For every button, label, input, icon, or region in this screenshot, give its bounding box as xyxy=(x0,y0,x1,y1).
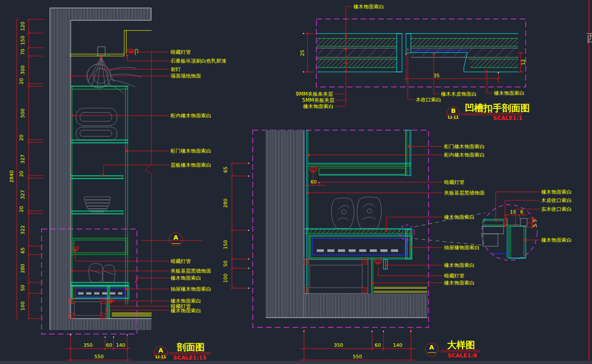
dim-value: 60 xyxy=(106,342,112,348)
annotation-label: 柜内橡木饰面索白 xyxy=(170,113,211,119)
annotation-label: 实木收口索白 xyxy=(541,206,572,212)
marker-code: LI-11 xyxy=(448,115,459,120)
dim-value: 100 xyxy=(223,274,228,283)
dim-value: 20 xyxy=(19,206,24,212)
dim-value: 150 xyxy=(223,240,228,249)
annotation-label: 石膏板吊顶刷白色乳胶漆 xyxy=(170,58,227,64)
marker-letter: A xyxy=(159,347,163,354)
view-scale: SCALE1:15 xyxy=(173,354,206,361)
dim-value: 140 xyxy=(393,342,402,348)
dim-value: 280 xyxy=(223,199,228,208)
annotation-label: 橡木饰面索白 xyxy=(444,214,474,220)
annotation-label: 暗藏灯管 xyxy=(171,49,191,55)
annotation-label: 射灯 xyxy=(171,66,181,72)
dim-total: 2840 xyxy=(9,170,15,183)
dim-value: 50 xyxy=(223,261,228,267)
marker-letter: B xyxy=(451,107,456,114)
view-scale: SCALE1:8 xyxy=(448,352,477,359)
annotation-label: 暗藏灯管 xyxy=(171,258,191,264)
annotation-label: 橡木饰面索白 xyxy=(494,90,524,96)
dim-value: 100 xyxy=(20,301,26,311)
dim-value: 65 xyxy=(20,248,26,254)
annotation-label: 暗藏灯管 xyxy=(444,179,464,185)
view-scale: SCALE1:1 xyxy=(493,115,523,121)
annotation-label: 柜内橡木饰面索白 xyxy=(444,152,485,158)
dim-value: 550 xyxy=(95,354,104,360)
dim-value: 70 xyxy=(20,49,26,55)
dim-value: 327 xyxy=(20,190,26,199)
dim-value: 322 xyxy=(20,225,26,235)
dim-value: 140 xyxy=(116,342,125,348)
annotation-label: 木收口索白 xyxy=(415,97,441,103)
annotation-label: 橡木木皮饰面白 xyxy=(441,91,477,97)
view-title: 凹槽扣手剖面图 xyxy=(465,103,530,113)
annotation-label: 5MM夹板夹层 xyxy=(302,97,334,103)
annotation-label: 柜门橡木饰面索白 xyxy=(444,143,485,150)
annotation-label: 橡木饰面索白 xyxy=(444,280,474,286)
dim-value: 150 xyxy=(20,36,26,45)
cad-drawing: 暗藏灯管 石膏板吊顶刷白色乳胶漆 射灯 墙面墙纸饰面 柜内橡木饰面索白 柜门橡木… xyxy=(0,0,592,364)
marker-letter: A xyxy=(429,344,434,351)
dim-value: 60 xyxy=(375,342,381,348)
dim-value: 5 xyxy=(532,219,538,222)
annotation-label: 橡木饰面索白 xyxy=(353,4,384,10)
dim-value: 25 xyxy=(300,50,305,56)
dim-value: 500 xyxy=(20,109,26,118)
annotation-label: 橡木饰面索白 xyxy=(541,189,572,195)
marker-code: LI-11 xyxy=(156,355,166,359)
annotation-label: 暗藏灯管 xyxy=(444,273,464,279)
annotation-label: 柜门橡木饰面索白 xyxy=(170,148,211,154)
dim-value: 350 xyxy=(83,342,93,348)
view-title: 大样图 xyxy=(447,340,475,350)
annotation-label: 层板橡木饰面索白 xyxy=(171,162,211,168)
annotation-label: 夹板基层黑镜饰面 xyxy=(171,268,211,274)
annotation-label: 橡木饰面索白 xyxy=(171,308,201,314)
dim-value: 20 xyxy=(19,171,24,177)
dim-value: 327 xyxy=(20,154,26,164)
annotation-label: 抽屉橡饰面索白 xyxy=(444,244,480,251)
dim-value: 20 xyxy=(19,78,24,84)
dim-value: 300 xyxy=(20,65,26,75)
left-panel xyxy=(317,34,402,72)
dim-value: 550 xyxy=(353,354,362,360)
dim-value: 35 xyxy=(433,73,440,79)
annotation-label: 橡木饰面索白 xyxy=(171,275,201,281)
marker-letter: A xyxy=(174,234,178,241)
annotation-label: 夹板基层黑镜饰面 xyxy=(444,190,485,196)
annotation-label: 9MM夹板条夹层 xyxy=(296,91,333,97)
annotation-label: 橡木饰面索白 xyxy=(303,103,334,109)
view-title: 剖面图 xyxy=(176,342,205,353)
annotation-label: 橡木饰面索白 xyxy=(444,262,474,268)
annotation-label: 墙面墙纸饰面 xyxy=(171,73,201,79)
dim-value: 5 xyxy=(532,224,538,227)
dim-value: 350 xyxy=(334,342,343,348)
annotation-label: 木皮收口索白 xyxy=(541,197,572,203)
cad-canvas: 暗藏灯管 石膏板吊顶刷白色乳胶漆 射灯 墙面墙纸饰面 柜内橡木饰面索白 柜门橡木… xyxy=(0,0,592,364)
annotation-label: 橡木饰面索白 xyxy=(541,237,572,243)
dim-value: 120 xyxy=(20,22,26,31)
dim-value: 65 xyxy=(223,167,228,173)
dim-value: 6 xyxy=(520,209,524,215)
clipped-glyph: 西 xyxy=(586,31,592,45)
dim-value: 280 xyxy=(20,264,26,273)
dim-value: 20 xyxy=(19,135,24,141)
bottom-edge-strip xyxy=(0,361,592,364)
dim-value: 50 xyxy=(20,285,26,291)
dim-value: 12 xyxy=(520,59,526,65)
dim-value: 19 xyxy=(510,209,516,215)
annotation-label: 抽屉橡木饰面索白 xyxy=(171,286,211,292)
